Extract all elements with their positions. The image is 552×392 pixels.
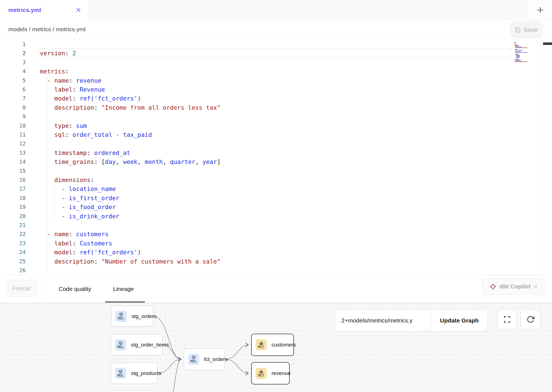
node-badge-label: MET xyxy=(258,374,264,377)
line-number: 21 xyxy=(0,221,26,230)
line-number: 23 xyxy=(0,239,26,248)
line-number: 3 xyxy=(0,58,26,67)
node-badge-label: MDL xyxy=(118,317,124,320)
lineage-node-revenue[interactable]: METrevenue xyxy=(251,362,290,384)
code-line[interactable]: model: ref('fct_orders') xyxy=(40,94,141,103)
code-line[interactable]: label: Customers xyxy=(40,239,112,248)
code-line[interactable]: label: Revenue xyxy=(40,85,105,94)
minimap-line xyxy=(514,51,527,52)
node-badge: MDL xyxy=(116,311,127,322)
model-cube-icon xyxy=(118,369,123,374)
code-line[interactable]: model: ref('fct_orders') xyxy=(40,248,141,257)
minimap-line xyxy=(514,61,527,61)
line-number: 9 xyxy=(0,112,26,121)
line-number: 25 xyxy=(0,257,26,266)
model-cube-icon xyxy=(118,341,123,345)
code-line[interactable]: - is_drink_order xyxy=(40,212,119,221)
code-line[interactable]: dimensions: xyxy=(40,175,94,185)
fullscreen-icon xyxy=(503,315,511,323)
line-number: 17 xyxy=(0,184,26,193)
code-line[interactable]: - name: customers xyxy=(40,230,109,239)
code-line[interactable]: description: "Income from all orders les… xyxy=(40,103,220,112)
node-badge: MDL xyxy=(115,339,126,350)
node-badge-label: MDL xyxy=(117,345,124,349)
refresh-button[interactable] xyxy=(521,310,540,329)
node-label: fct_orders xyxy=(204,356,227,362)
tab-bar: metrics.yml xyxy=(0,0,552,20)
node-badge-label: MDL xyxy=(190,360,197,363)
format-button[interactable]: Format xyxy=(6,280,37,297)
lineage-panel[interactable]: MDLstg_ordersMDLstg_order_itemsMDLstg_pr… xyxy=(0,303,552,392)
tab-metrics-yml[interactable]: metrics.yml xyxy=(0,0,89,20)
line-number: 16 xyxy=(0,175,26,185)
line-number: 13 xyxy=(0,148,26,157)
line-number: 4 xyxy=(0,67,26,76)
node-badge-label: MDL xyxy=(117,374,124,377)
node-label: stg_products xyxy=(131,370,161,376)
line-number: 6 xyxy=(0,85,26,94)
lineage-edge-stg_hidden-to-fct_orders xyxy=(167,359,181,392)
code-line[interactable]: type: sum xyxy=(40,121,87,130)
metric-chart-icon xyxy=(259,341,263,345)
tab-lineage[interactable]: Lineage xyxy=(113,275,134,303)
lineage-node-stg_products[interactable]: MDLstg_products xyxy=(111,363,157,384)
line-number: 10 xyxy=(0,121,26,130)
code-line[interactable]: sql: order_total - tax_paid xyxy=(40,130,152,139)
chevron-down-icon xyxy=(534,284,538,289)
file-header: models / metrics / metrics.yml Save xyxy=(0,20,552,39)
update-graph-button[interactable]: Update Graph xyxy=(431,310,488,331)
minimap[interactable] xyxy=(514,41,541,71)
line-number: 8 xyxy=(0,103,26,112)
code-editor[interactable]: 1234567891011121314151617181920212223242… xyxy=(0,39,541,275)
lineage-node-stg_order_items[interactable]: MDLstg_order_items xyxy=(111,334,163,355)
line-number: 19 xyxy=(0,202,26,212)
dbt-copilot-button[interactable]: dbt Copilot xyxy=(482,278,546,295)
breadcrumb: models / metrics / metrics.yml xyxy=(8,26,86,33)
dbt-copilot-label: dbt Copilot xyxy=(500,283,531,290)
code-line[interactable]: metrics: xyxy=(40,67,69,76)
code-line[interactable]: time_grains: [day, week, month, quarter,… xyxy=(40,157,220,166)
line-number: 22 xyxy=(0,230,26,239)
lineage-node-fct_orders[interactable]: MDLfct_orders xyxy=(184,348,225,370)
dbt-ide-window: { "colors": { "accent_purple": "#6C55E9"… xyxy=(0,0,552,392)
node-badge: MET xyxy=(256,339,267,350)
code-line[interactable]: timestamp: ordered_at xyxy=(40,148,130,157)
node-label: stg_order_items xyxy=(131,342,169,348)
new-tab-button[interactable] xyxy=(528,0,552,20)
code-line[interactable]: - is_first_order xyxy=(40,193,119,203)
node-label: customers xyxy=(272,342,296,348)
code-line[interactable]: description: "Number of customers with a… xyxy=(40,257,220,266)
save-label: Save xyxy=(524,26,538,34)
lineage-node-customers[interactable]: METcustomers xyxy=(251,334,294,356)
line-number: 24 xyxy=(0,248,26,257)
dbt-copilot-icon xyxy=(489,283,496,290)
lineage-edge-fct_orders-to-revenue xyxy=(225,359,248,374)
tab-code-quality[interactable]: Code quality xyxy=(59,275,91,303)
current-line-highlight xyxy=(39,49,511,58)
scroll-position-marker[interactable] xyxy=(543,42,552,45)
lineage-node-stg_orders[interactable]: MDLstg_orders xyxy=(111,306,153,327)
line-number: 18 xyxy=(0,193,26,203)
fullscreen-button[interactable] xyxy=(497,310,517,329)
line-number: 15 xyxy=(0,166,26,176)
save-button[interactable]: Save xyxy=(510,22,543,38)
line-number: 5 xyxy=(0,76,26,85)
lineage-selector-input[interactable] xyxy=(335,310,431,331)
code-line[interactable]: version: 2 xyxy=(40,49,76,58)
lineage-edge-fct_orders-to-customers xyxy=(225,345,248,359)
node-badge: MET xyxy=(256,368,267,379)
node-label: stg_orders xyxy=(131,313,157,319)
close-tab-icon[interactable] xyxy=(76,7,81,13)
lineage-node-stg_hidden[interactable]: MDL xyxy=(111,390,157,392)
code-line[interactable]: - name: revenue xyxy=(40,76,101,85)
plus-icon xyxy=(537,6,544,14)
code-line[interactable]: - is_food_order xyxy=(40,202,116,212)
line-number: 2 xyxy=(0,49,26,58)
editor-bottom-bar: Format Code quality Lineage dbt Copilot xyxy=(0,275,552,303)
line-number: 11 xyxy=(0,130,26,139)
model-cube-icon xyxy=(119,312,123,317)
save-icon xyxy=(515,27,521,33)
line-number: 12 xyxy=(0,139,26,148)
node-badge: MDL xyxy=(115,368,126,379)
code-line[interactable]: - location_name xyxy=(40,184,116,193)
